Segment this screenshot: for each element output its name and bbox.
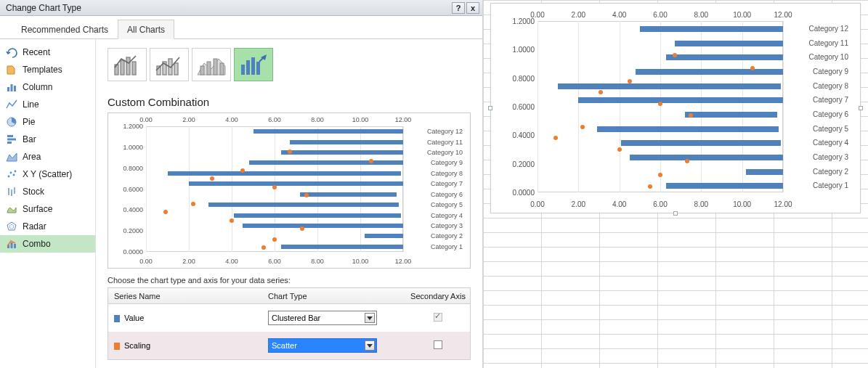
svg-rect-36	[256, 62, 260, 75]
category-label: Category 9	[431, 159, 463, 166]
svg-rect-18	[11, 242, 13, 248]
svg-line-37	[259, 57, 264, 62]
sidebar-item-pie[interactable]: Pie	[0, 113, 95, 131]
x-tick: 10.00	[352, 258, 369, 265]
x-tick: 6.00	[268, 116, 281, 123]
sidebar-item-line[interactable]: Line	[0, 96, 95, 113]
series-name: Value	[124, 314, 144, 322]
svg-rect-35	[251, 57, 255, 75]
sidebar-item-label: Column	[23, 82, 52, 92]
svg-rect-6	[7, 142, 12, 144]
category-label: Category 1	[431, 243, 463, 250]
combo-preset-row	[108, 48, 471, 84]
x-tick: 12.00	[395, 258, 412, 265]
chart-type-dropdown[interactable]: Clustered Bar	[268, 311, 377, 325]
embedded-chart-object[interactable]: 0.000.002.002.004.004.006.006.008.008.00…	[490, 3, 861, 213]
category-label: Category 3	[431, 222, 463, 229]
y-tick: 0.8000	[498, 74, 535, 82]
bar-icon	[6, 134, 17, 145]
category-label: Category 4	[813, 139, 848, 147]
sidebar-item-surface[interactable]: Surface	[0, 200, 95, 218]
sidebar-item-stock[interactable]: Stock	[0, 183, 95, 200]
resize-handle[interactable]	[859, 106, 863, 110]
sidebar-item-label: X Y (Scatter)	[23, 169, 72, 179]
sidebar-item-area[interactable]: Area	[0, 148, 95, 165]
sidebar-item-label: Radar	[23, 221, 46, 232]
scatter-point	[272, 185, 277, 189]
recent-icon	[6, 46, 17, 58]
resize-handle[interactable]	[488, 106, 492, 110]
sidebar-item-label: Bar	[23, 134, 36, 144]
svg-rect-23	[132, 62, 136, 75]
chart-type-dropdown[interactable]: Scatter	[268, 338, 377, 353]
section-title: Custom Combination	[108, 96, 471, 108]
chart-preview: 0.000.002.002.004.004.006.006.008.008.00…	[108, 113, 471, 269]
tab-recommended[interactable]: Recommended Charts	[12, 20, 118, 39]
y-tick: 0.4000	[113, 206, 143, 213]
svg-rect-32	[220, 63, 224, 75]
series-table: Series Name Chart Type Secondary Axis Va…	[108, 287, 471, 360]
y-tick: 0.6000	[498, 103, 535, 111]
y-tick: 1.0000	[498, 46, 535, 54]
secondary-axis-checkbox[interactable]	[434, 313, 442, 322]
line-icon	[6, 99, 17, 110]
bar	[365, 234, 403, 238]
sidebar-item-label: Surface	[23, 204, 52, 214]
sidebar-item-bar[interactable]: Bar	[0, 131, 95, 148]
sidebar-item-label: Stock	[23, 187, 44, 197]
sidebar-item-recent[interactable]: Recent	[0, 44, 95, 61]
combo-preset-custom[interactable]	[234, 48, 273, 81]
series-instruction: Choose the chart type and axis for your …	[108, 276, 471, 285]
x-tick: 4.00	[612, 11, 626, 19]
bar	[253, 129, 404, 134]
y-tick: 1.0000	[113, 144, 143, 151]
x-tick: 0.00	[530, 200, 544, 208]
resize-handle[interactable]	[673, 211, 678, 216]
sidebar-item-combo[interactable]: Combo	[0, 235, 95, 253]
svg-marker-7	[7, 153, 17, 161]
col-series-name: Series Name	[108, 292, 268, 300]
combo-preset-2[interactable]	[150, 48, 189, 81]
col-secondary-axis: Secondary Axis	[406, 292, 470, 300]
sidebar-item-column[interactable]: Column	[0, 78, 95, 96]
bar	[621, 140, 781, 146]
x-tick: 4.00	[225, 116, 238, 123]
pie-icon	[6, 116, 17, 128]
bar	[249, 160, 403, 165]
secondary-axis-checkbox[interactable]	[434, 340, 442, 349]
sidebar-item-radar[interactable]: Radar	[0, 218, 95, 235]
sidebar-item-scatter[interactable]: X Y (Scatter)	[0, 165, 95, 183]
combo-preset-3[interactable]	[192, 48, 231, 81]
radar-icon	[6, 221, 17, 232]
help-button[interactable]: ?	[452, 2, 465, 14]
series-row[interactable]: ScalingScatter	[108, 332, 470, 359]
close-button[interactable]: x	[466, 2, 479, 14]
scatter-point	[648, 184, 652, 189]
scatter-point	[230, 218, 234, 223]
svg-rect-5	[7, 139, 16, 141]
bar	[746, 169, 783, 175]
y-tick: 0.2000	[498, 160, 535, 168]
bar	[675, 41, 783, 46]
scatter-point	[553, 136, 558, 140]
svg-rect-4	[7, 135, 13, 137]
category-label: Category 7	[431, 180, 463, 187]
combo-preset-1[interactable]	[108, 48, 147, 81]
scatter-point	[673, 53, 677, 57]
category-label: Category 12	[809, 24, 848, 32]
sidebar-item-templates[interactable]: Templates	[0, 61, 95, 78]
bar	[234, 213, 401, 218]
scatter-point	[261, 245, 266, 250]
x-tick: 10.00	[733, 200, 751, 208]
x-tick: 2.00	[182, 116, 195, 123]
x-tick: 2.00	[572, 11, 585, 19]
chevron-down-icon	[365, 340, 375, 351]
series-swatch	[114, 343, 120, 350]
svg-rect-19	[14, 244, 16, 248]
series-row[interactable]: ValueClustered Bar	[108, 304, 470, 332]
tab-all[interactable]: All Charts	[118, 20, 174, 39]
dropdown-value: Clustered Bar	[272, 314, 320, 322]
bar	[558, 83, 781, 89]
scatter-point	[689, 113, 693, 118]
x-tick: 6.00	[268, 258, 281, 265]
